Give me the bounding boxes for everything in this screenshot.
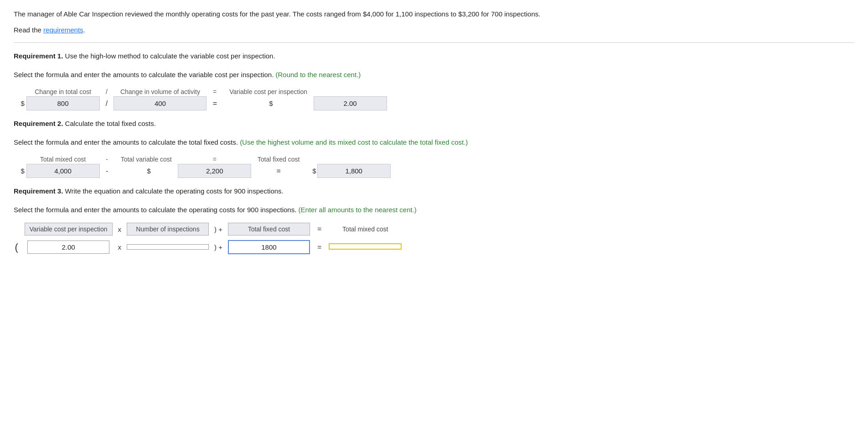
req2-dollar2: $ xyxy=(114,164,178,178)
req2-op2-header: = xyxy=(178,153,251,164)
req2-value-row: $ 4,000 - $ 2,200 = $ 1,800 xyxy=(14,164,390,178)
req2-formula-table: Total mixed cost - Total variable cost =… xyxy=(14,153,391,178)
req2-col3-header: Total fixed cost xyxy=(251,153,306,164)
req3-col1-header: Variable cost per inspection xyxy=(21,220,116,238)
req3-val2-cell xyxy=(123,238,212,256)
divider xyxy=(14,42,854,43)
req2-val2: 2,200 xyxy=(178,164,251,178)
req1-val3: 2.00 xyxy=(314,97,387,110)
req1-header-spacer xyxy=(14,85,26,97)
requirements-link[interactable]: requirements xyxy=(43,26,83,34)
req2-dollar1: $ xyxy=(14,164,26,178)
req1-eq: = xyxy=(207,97,223,110)
req1-heading: Requirement 1. Use the high-low method t… xyxy=(14,51,854,62)
req3-val3-cell: 1800 xyxy=(224,238,314,256)
req1-heading-normal: Use the high-low method to calculate the… xyxy=(63,52,275,60)
req3-val3-text: 1800 xyxy=(261,243,276,251)
req3-x1-value: x xyxy=(116,238,124,256)
req3-col4-header: Total mixed cost xyxy=(325,220,405,238)
req3-value-row: ( 2.00 x ) + 1800 = xyxy=(14,238,405,256)
req3-eq-value: = xyxy=(314,238,325,256)
req3-formula-table: Variable cost per inspection x Number of… xyxy=(14,220,405,256)
read-line: Read the requirements. xyxy=(14,25,854,36)
req3-heading-bold: Requirement 3. xyxy=(14,187,63,195)
req3-paren-plus-value: ) + xyxy=(212,238,224,256)
req3-col3-header: Total fixed cost xyxy=(224,220,314,238)
req3-instruction-green: (Enter all amounts to the nearest cent.) xyxy=(299,206,417,214)
req2-heading-bold: Requirement 2. xyxy=(14,120,63,127)
req1-heading-bold: Requirement 1. xyxy=(14,52,63,60)
req3-val1-input[interactable]: 2.00 xyxy=(27,241,109,254)
req2-instruction-green: (Use the highest volume and its mixed co… xyxy=(240,138,468,146)
req2-col2-header: Total variable cost xyxy=(114,153,178,164)
req3-val2-input[interactable] xyxy=(127,244,209,250)
req2-val1: 4,000 xyxy=(26,164,99,178)
req3-val4-cell xyxy=(325,238,405,256)
req2-instruction: Select the formula and enter the amounts… xyxy=(14,137,854,148)
req2-eq: = xyxy=(251,164,306,178)
req1-formula-table: Change in total cost / Change in volume … xyxy=(14,85,387,110)
req2-op1: - xyxy=(99,164,114,178)
req3-paren-open: ( xyxy=(14,238,21,256)
req2-op1-header: - xyxy=(99,153,114,164)
req1-instruction: Select the formula and enter the amounts… xyxy=(14,70,854,80)
req2-val3: 1,800 xyxy=(317,164,390,178)
req1-val1: 800 xyxy=(26,97,99,110)
intro-paragraph: The manager of Able Car Inspection revie… xyxy=(14,9,854,20)
req3-val4-input[interactable] xyxy=(329,243,402,250)
req3-instruction-text: Select the formula and enter the amounts… xyxy=(14,206,296,214)
req1-op1: / xyxy=(99,97,114,110)
req2-header-spacer xyxy=(14,153,26,164)
req2-col1-header: Total mixed cost xyxy=(26,153,99,164)
req1-col1-header: Change in total cost xyxy=(26,85,99,97)
req1-col3-header: Variable cost per inspection xyxy=(223,85,314,97)
req3-x1-header: x xyxy=(116,220,124,238)
req1-op2-header: = xyxy=(207,85,223,97)
req1-value-row: $ 800 / 400 = $ 2.00 xyxy=(14,97,387,110)
req3-val1-text: 2.00 xyxy=(62,243,75,251)
req3-val3-input[interactable]: 1800 xyxy=(228,240,310,254)
req2-heading-normal: Calculate the total fixed costs. xyxy=(63,120,155,127)
req1-header-row: Change in total cost / Change in volume … xyxy=(14,85,387,97)
req3-header-paren-open xyxy=(14,220,21,238)
req2-dollar3: $ xyxy=(306,164,317,178)
req3-val1-cell: 2.00 xyxy=(21,238,116,256)
req1-val2: 400 xyxy=(114,97,207,110)
req1-op1-header: / xyxy=(99,85,114,97)
req1-dollar2: $ xyxy=(223,97,314,110)
req3-col2-header: Number of inspections xyxy=(123,220,212,238)
req1-dollar1: $ xyxy=(14,97,26,110)
req1-instruction-text: Select the formula and enter the amounts… xyxy=(14,71,274,78)
req3-heading-normal: Write the equation and calculate the ope… xyxy=(63,187,283,195)
req1-instruction-green: (Round to the nearest cent.) xyxy=(276,71,361,78)
req1-col2-header: Change in volume of activity xyxy=(114,85,207,97)
req2-heading: Requirement 2. Calculate the total fixed… xyxy=(14,119,854,129)
req3-eq-header: = xyxy=(314,220,325,238)
req3-instruction: Select the formula and enter the amounts… xyxy=(14,205,854,215)
req2-instruction-text: Select the formula and enter the amounts… xyxy=(14,138,238,146)
req3-paren-plus-header: ) + xyxy=(212,220,224,238)
req2-header-row: Total mixed cost - Total variable cost =… xyxy=(14,153,390,164)
read-text: Read the xyxy=(14,26,43,34)
req3-header-row: Variable cost per inspection x Number of… xyxy=(14,220,405,238)
req3-heading: Requirement 3. Write the equation and ca… xyxy=(14,186,854,197)
